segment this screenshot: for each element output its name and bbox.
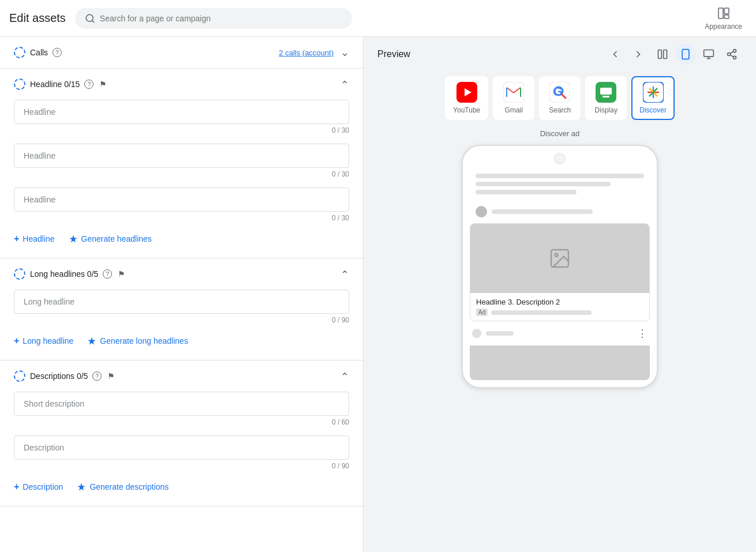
ad-badge: Ad — [476, 309, 488, 316]
headline-char-count-3: 0 / 30 — [14, 214, 349, 222]
descriptions-status-icon — [14, 370, 25, 382]
descriptions-section: Descriptions 0/5 ? ⚑ ⌄ 0 / 60 0 — [0, 361, 363, 506]
next-button[interactable] — [629, 45, 648, 63]
add-long-headline-button[interactable]: + Long headline — [14, 336, 73, 346]
ad-badge-row: Ad — [476, 309, 643, 316]
app-header: Edit assets Appearance — [0, 0, 756, 37]
appearance-button[interactable]: Appearance — [700, 2, 747, 35]
desktop-icon — [703, 48, 714, 60]
descriptions-section-header[interactable]: Descriptions 0/5 ? ⚑ ⌄ — [0, 361, 363, 392]
description-char-count-1: 0 / 60 — [14, 418, 349, 426]
generate-descriptions-label: Generate descriptions — [89, 482, 169, 491]
avatar — [476, 206, 487, 217]
headline-field-1[interactable] — [14, 100, 349, 124]
calls-chevron-icon[interactable]: ⌄ — [340, 46, 349, 59]
search-icon — [85, 13, 95, 24]
add-description-button[interactable]: + Description — [14, 482, 63, 492]
preview-header: Preview — [364, 37, 756, 72]
generate-long-headlines-button[interactable]: Generate long headlines — [87, 336, 188, 346]
calls-section-header[interactable]: Calls ? 2 calls (account) ⌄ — [0, 37, 363, 68]
columns-view-button[interactable] — [652, 44, 673, 65]
svg-rect-9 — [704, 50, 714, 57]
descriptions-header-left: Descriptions 0/5 ? ⚑ — [14, 370, 340, 382]
preview-nav — [606, 45, 648, 63]
headline-help-icon[interactable]: ? — [84, 80, 93, 89]
search-bar[interactable] — [75, 8, 352, 29]
headline-field-1-container: 0 / 30 — [0, 100, 363, 144]
tab-youtube[interactable]: YouTube — [445, 76, 488, 120]
left-panel: Calls ? 2 calls (account) ⌄ Headline 0/1… — [0, 37, 364, 552]
svg-rect-5 — [658, 50, 662, 59]
mobile-view-button[interactable] — [675, 44, 696, 65]
feed-item — [470, 202, 650, 221]
plus-icon: + — [14, 234, 19, 244]
long-headline-section-header[interactable]: Long headlines 0/5 ? ⚑ ⌄ — [0, 258, 363, 290]
svg-line-15 — [730, 55, 733, 57]
add-long-headline-label: Long headline — [23, 336, 73, 346]
headline-field-2[interactable] — [14, 144, 349, 168]
generate-headlines-button[interactable]: Generate headlines — [69, 234, 152, 243]
headline-char-count-2: 0 / 30 — [14, 170, 349, 178]
descriptions-flag-icon[interactable]: ⚑ — [106, 371, 115, 381]
description-char-count-2: 0 / 90 — [14, 462, 349, 470]
headline-section-body: 0 / 30 0 / 30 0 / 30 + — [0, 100, 363, 258]
tab-discover[interactable]: Discover — [631, 76, 675, 120]
descriptions-help-icon[interactable]: ? — [92, 371, 102, 381]
more-options-icon[interactable]: ⋮ — [637, 327, 648, 340]
svg-point-12 — [733, 50, 736, 52]
calls-help-icon[interactable]: ? — [53, 48, 62, 57]
search-channel-icon: G — [549, 82, 570, 103]
page-title: Edit assets — [9, 12, 66, 25]
phone-mockup: Headline 3. Description 2 Ad ⋮ — [462, 145, 658, 388]
long-headline-help-icon[interactable]: ? — [103, 269, 112, 279]
add-headline-label: Headline — [23, 234, 54, 243]
tab-search[interactable]: G Search — [539, 76, 581, 120]
long-headline-chevron-icon[interactable]: ⌄ — [340, 268, 349, 280]
calls-subtitle[interactable]: 2 calls (account) — [279, 48, 334, 57]
headline-chevron-icon[interactable]: ⌄ — [340, 78, 349, 91]
long-headline-section: Long headlines 0/5 ? ⚑ ⌄ 0 / 90 + Long h… — [0, 258, 363, 361]
next-icon — [633, 48, 644, 60]
description-input-1[interactable] — [24, 399, 339, 408]
long-headline-input-1[interactable] — [24, 297, 339, 306]
svg-rect-2 — [718, 8, 723, 18]
long-headline-flag-icon[interactable]: ⚑ — [117, 269, 126, 279]
share-button[interactable] — [721, 44, 742, 65]
description-field-1[interactable] — [14, 392, 349, 416]
prev-button[interactable] — [606, 45, 624, 63]
svg-rect-29 — [600, 88, 612, 95]
descriptions-chevron-icon[interactable]: ⌄ — [340, 370, 349, 382]
add-headline-button[interactable]: + Headline — [14, 234, 55, 244]
description-field-2[interactable] — [14, 435, 349, 460]
display-icon — [596, 82, 616, 103]
ad-url-placeholder — [491, 310, 592, 315]
columns-icon — [657, 48, 668, 60]
long-headline-field-1[interactable] — [14, 290, 349, 314]
header-left: Edit assets — [9, 8, 352, 29]
calls-section: Calls ? 2 calls (account) ⌄ — [0, 37, 363, 69]
tab-gmail[interactable]: Gmail — [493, 76, 534, 120]
search-input[interactable] — [100, 14, 342, 23]
ad-image — [470, 224, 649, 293]
share-icon — [726, 48, 738, 60]
youtube-tab-label: YouTube — [453, 106, 480, 114]
descriptions-action-links: + Description Generate descriptions — [0, 479, 363, 501]
tab-display[interactable]: Display — [585, 76, 627, 120]
svg-point-37 — [555, 254, 558, 257]
description-field-2-container: 0 / 90 — [0, 435, 363, 479]
long-headline-header-left: Long headlines 0/5 ? ⚑ — [14, 268, 340, 280]
headline-flag-icon[interactable]: ⚑ — [98, 80, 107, 89]
headline-field-2-container: 0 / 30 — [0, 144, 363, 187]
headline-input-1[interactable] — [24, 107, 339, 117]
svg-rect-30 — [602, 96, 609, 97]
description-input-2[interactable] — [24, 443, 339, 452]
headline-input-2[interactable] — [24, 151, 339, 160]
generate-headlines-label: Generate headlines — [81, 234, 152, 243]
headline-section-header[interactable]: Headline 0/15 ? ⚑ ⌄ — [0, 69, 363, 100]
long-headline-status-icon — [14, 268, 25, 280]
generate-descriptions-button[interactable]: Generate descriptions — [77, 482, 169, 491]
headline-field-3[interactable] — [14, 187, 349, 212]
headline-input-3[interactable] — [24, 195, 339, 204]
desktop-view-button[interactable] — [698, 44, 719, 65]
phone-notch — [554, 153, 566, 164]
